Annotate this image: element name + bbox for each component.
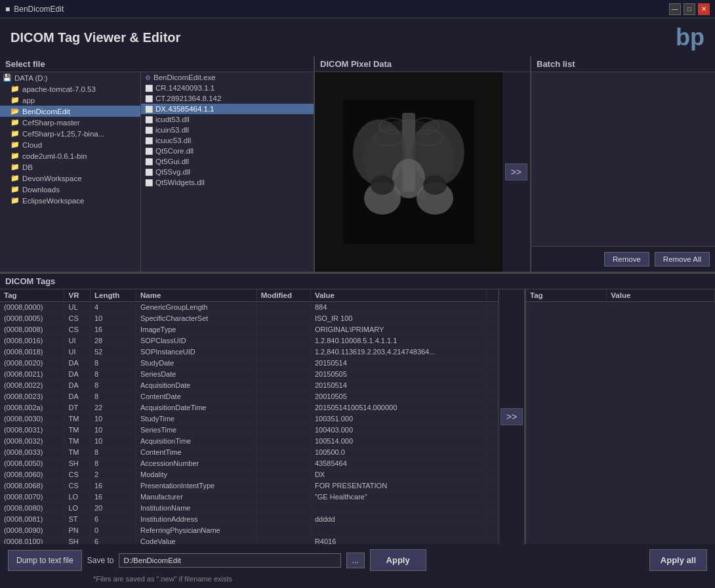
tree-item-app[interactable]: 📁 app <box>0 94 140 106</box>
tree-item-label: Cloud <box>22 141 42 149</box>
file-item[interactable]: ⚙ BenDicomEdit.exe <box>141 72 314 83</box>
file-list[interactable]: ⚙ BenDicomEdit.exe ⬜ CR.14240093.1.1 ⬜ C… <box>141 72 314 272</box>
table-row[interactable]: (0008,0018) UI 52 SOPInstanceUID 1.2,840… <box>0 346 499 358</box>
table-row[interactable]: (0008,0050) SH 8 AccessionNumber 4358546… <box>0 458 499 469</box>
table-row[interactable]: (0008,0031) TM 10 SeriesTime 100403.000 <box>0 425 499 436</box>
xray-svg <box>343 100 474 244</box>
apply-all-button[interactable]: Apply all <box>649 549 707 571</box>
table-row[interactable]: (0008,0068) CS 16 PresentationIntentType… <box>0 480 499 492</box>
dump-to-text-button[interactable]: Dump to text file <box>8 550 82 571</box>
tree-item-eclipse[interactable]: 📁 EclipseWorkspace <box>0 195 140 206</box>
file-item-selected[interactable]: ⬜ DX.43585464.1.1 <box>141 104 314 114</box>
table-row[interactable]: (0008,0021) DA 8 SeriesDate 20150505 <box>0 369 499 380</box>
tree-item-apache[interactable]: 📁 apache-tomcat-7.0.53 <box>0 83 140 94</box>
tree-item-label: DB <box>22 163 33 171</box>
cell-value: 884 <box>310 302 486 313</box>
table-row[interactable]: (0008,0070) LO 16 Manufacturer "GE Healt… <box>0 492 499 503</box>
file-item[interactable]: ⬜ CT.28921364.8.142 <box>141 93 314 104</box>
table-row[interactable]: (0008,0020) DA 8 StudyDate 20150514 <box>0 358 499 369</box>
cell-spacer <box>487 469 499 480</box>
tree-item-data-d[interactable]: 💾 DATA (D:) <box>0 72 140 83</box>
table-row[interactable]: (0008,0090) PN 0 ReferringPhysicianName <box>0 525 499 536</box>
cell-name: ImageType <box>136 324 257 335</box>
table-row[interactable]: (0008,0032) TM 10 AcquisitionTime 100514… <box>0 436 499 447</box>
table-row[interactable]: (0008,0016) UI 28 SOPClassUID 1.2.840.10… <box>0 335 499 346</box>
cell-spacer <box>487 402 499 413</box>
col-name: Name <box>136 289 257 302</box>
maximize-button[interactable]: □ <box>684 3 695 15</box>
batch-tags-panel[interactable]: Tag Value <box>525 289 715 544</box>
cell-value: 1.2,840.113619.2.203,4.214748364... <box>310 346 486 358</box>
table-row[interactable]: (0008,0060) CS 2 Modality DX <box>0 469 499 480</box>
table-row[interactable]: (0008,002a) DT 22 AcquisitionDateTime 20… <box>0 402 499 413</box>
table-row[interactable]: (0008,0023) DA 8 ContentDate 20010505 <box>0 391 499 402</box>
file-item[interactable]: ⬜ Qt5Widgets.dll <box>141 177 314 188</box>
tree-item-downloads[interactable]: 📁 Downloads <box>0 184 140 195</box>
cell-name: SpecificCharacterSet <box>136 313 257 324</box>
cell-length: 6 <box>91 536 136 545</box>
table-row[interactable]: (0008,0033) TM 8 ContentTime 100500.0 <box>0 447 499 458</box>
cell-vr: TM <box>64 425 91 436</box>
table-row[interactable]: (0008,0030) TM 10 StudyTime 100351.000 <box>0 413 499 425</box>
pixel-image-area <box>315 72 502 272</box>
remove-all-button[interactable]: Remove All <box>655 252 710 266</box>
tags-table-area[interactable]: Tag VR Length Name Modified Value (0008,… <box>0 289 499 544</box>
file-item[interactable]: ⬜ CR.14240093.1.1 <box>141 83 314 93</box>
cell-value <box>310 503 486 514</box>
pixel-arrow-button[interactable]: >> <box>505 163 527 180</box>
cell-spacer <box>487 335 499 346</box>
tree-item-cloud[interactable]: 📁 Cloud <box>0 139 140 150</box>
table-row[interactable]: (0008,0000) UL 4 GenericGroupLength 884 <box>0 302 499 313</box>
title-bar: ■ BenDicomEdit — □ ✕ <box>0 0 715 18</box>
tree-item-cefsharp-v1[interactable]: 📁 CefSharp-v1,25,7-bina... <box>0 128 140 139</box>
batch-col-tag: Tag <box>526 289 607 302</box>
apply-button[interactable]: Apply <box>370 549 426 571</box>
title-bar-text: BenDicomEdit <box>14 5 64 14</box>
app-icon: ■ <box>5 5 10 14</box>
cell-value: 100351.000 <box>310 413 486 425</box>
table-row[interactable]: (0008,0081) ST 6 InstitutionAddress dddd… <box>0 514 499 525</box>
cell-tag: (0008,0030) <box>0 413 64 425</box>
browse-button[interactable]: ... <box>346 553 365 568</box>
table-row[interactable]: (0008,0100) SH 6 CodeValue R4016 <box>0 536 499 545</box>
tree-item-cefsharp-master[interactable]: 📁 CefSharp-master <box>0 117 140 128</box>
cell-value: "GE Healthcare" <box>310 492 486 503</box>
table-row[interactable]: (0008,0022) DA 8 AcquisitionDate 2015051… <box>0 380 499 391</box>
cell-tag: (0008,0023) <box>0 391 64 402</box>
folder-icon: 📁 <box>10 152 20 160</box>
table-row[interactable]: (0008,0005) CS 10 SpecificCharacterSet I… <box>0 313 499 324</box>
cell-value <box>310 525 486 536</box>
file-item[interactable]: ⬜ Qt5Svg.dll <box>141 167 314 177</box>
save-path-input[interactable] <box>119 553 340 568</box>
cell-modified <box>256 436 310 447</box>
batch-list-area[interactable] <box>531 72 715 246</box>
tree-view[interactable]: 💾 DATA (D:) 📁 apache-tomcat-7.0.53 📁 app… <box>0 72 141 272</box>
table-row[interactable]: (0008,0008) CS 16 ImageType ORIGINAL\PRI… <box>0 324 499 335</box>
file-item[interactable]: ⬜ icuuc53.dll <box>141 135 314 146</box>
table-row[interactable]: (0008,0080) LO 20 InstitutionName <box>0 503 499 514</box>
file-item[interactable]: ⬜ Qt5Gui.dll <box>141 156 314 167</box>
cell-name: SOPInstanceUID <box>136 346 257 358</box>
col-tag: Tag <box>0 289 64 302</box>
cell-vr: LO <box>64 492 91 503</box>
tree-item-code2uml[interactable]: 📁 code2uml-0.6.1-bin <box>0 150 140 161</box>
cell-length: 16 <box>91 324 136 335</box>
cell-name: SeriesTime <box>136 425 257 436</box>
cell-vr: TM <box>64 413 91 425</box>
tree-item-db[interactable]: 📁 DB <box>0 161 140 173</box>
file-item[interactable]: ⬜ Qt5Core.dll <box>141 146 314 156</box>
tree-item-bendicom[interactable]: 📂 BenDicomEdit <box>0 106 140 117</box>
cell-vr: DT <box>64 402 91 413</box>
dll-icon: ⬜ <box>145 148 153 155</box>
remove-button[interactable]: Remove <box>604 252 649 266</box>
minimize-button[interactable]: — <box>669 3 681 15</box>
cell-value: 20010505 <box>310 391 486 402</box>
file-item[interactable]: ⬜ icuin53.dll <box>141 125 314 135</box>
cell-length: 20 <box>91 503 136 514</box>
cell-vr: ST <box>64 514 91 525</box>
close-button[interactable]: ✕ <box>698 3 710 15</box>
cell-length: 8 <box>91 391 136 402</box>
file-item[interactable]: ⬜ icudt53.dll <box>141 114 314 125</box>
send-to-batch-button[interactable]: >> <box>500 408 523 425</box>
tree-item-devon[interactable]: 📁 DevonWorkspace <box>0 173 140 184</box>
